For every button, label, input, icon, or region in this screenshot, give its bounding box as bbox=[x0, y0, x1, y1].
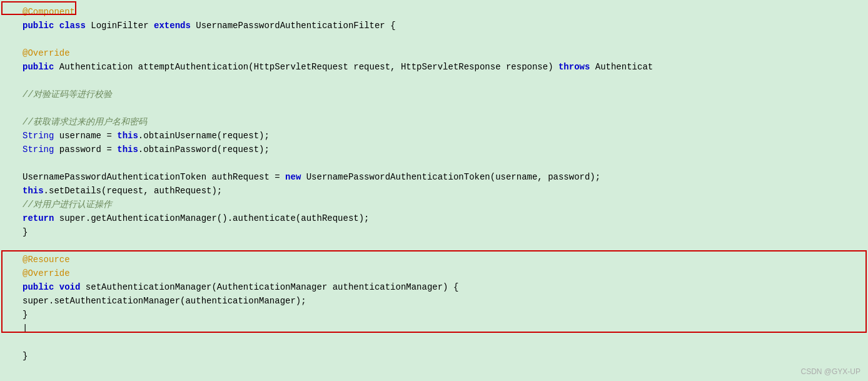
token: @Resource bbox=[23, 255, 70, 265]
token: @Component bbox=[23, 7, 75, 17]
token: //对用户进行认证操作 bbox=[23, 200, 112, 210]
code-line: //获取请求过来的用户名和密码 bbox=[0, 115, 868, 129]
code-text: public class LoginFilter extends Usernam… bbox=[20, 21, 396, 31]
token: .setDetails(request, authRequest); bbox=[44, 186, 223, 196]
token: username = bbox=[59, 131, 117, 141]
line-number bbox=[0, 257, 20, 262]
line-number bbox=[0, 271, 20, 276]
line-number bbox=[0, 106, 20, 111]
code-line: } bbox=[0, 308, 868, 322]
code-line: public void setAuthenticationManager(Aut… bbox=[0, 280, 868, 294]
code-text: @Override bbox=[20, 48, 70, 58]
token: | bbox=[23, 323, 28, 333]
token: public bbox=[23, 282, 59, 292]
token: //获取请求过来的用户名和密码 bbox=[23, 117, 147, 127]
token: String bbox=[23, 145, 59, 155]
line-number bbox=[0, 243, 20, 248]
code-text: | bbox=[20, 323, 28, 333]
line-number bbox=[0, 326, 20, 331]
line-number bbox=[0, 298, 20, 303]
token: this bbox=[117, 131, 138, 141]
code-line: public class LoginFilter extends Usernam… bbox=[0, 19, 868, 33]
code-text: } bbox=[20, 351, 28, 361]
code-line: @Override bbox=[0, 267, 868, 280]
code-line: @Resource bbox=[0, 253, 868, 267]
token: super.setAuthenticationManager(authentic… bbox=[23, 296, 306, 306]
code-container: @Componentpublic class LoginFilter exten… bbox=[0, 0, 868, 381]
code-line: @Component bbox=[0, 5, 868, 19]
code-line: this.setDetails(request, authRequest); bbox=[0, 184, 868, 198]
token: public bbox=[23, 62, 59, 72]
line-number bbox=[0, 92, 20, 97]
watermark: CSDN @GYX-UP bbox=[800, 367, 860, 376]
code-text: return super.getAuthenticationManager().… bbox=[20, 213, 370, 223]
code-text: String username = this.obtainUsername(re… bbox=[20, 131, 270, 141]
code-line bbox=[0, 239, 868, 253]
token: LoginFilter bbox=[91, 21, 154, 31]
code-line: UsernamePasswordAuthenticationToken auth… bbox=[0, 170, 868, 184]
code-line bbox=[0, 101, 868, 115]
code-text: this.setDetails(request, authRequest); bbox=[20, 186, 222, 196]
token: @Override bbox=[23, 48, 70, 58]
line-number bbox=[0, 340, 20, 345]
token: throws bbox=[558, 62, 595, 72]
code-line: return super.getAuthenticationManager().… bbox=[0, 211, 868, 225]
code-text: //获取请求过来的用户名和密码 bbox=[20, 116, 147, 128]
token: Authenticat bbox=[595, 62, 653, 72]
line-number bbox=[0, 216, 20, 221]
code-line bbox=[0, 335, 868, 349]
code-line: String username = this.obtainUsername(re… bbox=[0, 129, 868, 143]
token: .obtainPassword(request); bbox=[138, 145, 270, 155]
line-number bbox=[0, 312, 20, 317]
code-text: public Authentication attemptAuthenticat… bbox=[20, 62, 653, 72]
code-line bbox=[0, 74, 868, 88]
code-line bbox=[0, 33, 868, 46]
token: public bbox=[23, 21, 59, 31]
token: extends bbox=[154, 21, 196, 31]
code-text: //对验证码等进行校验 bbox=[20, 89, 112, 100]
line-number bbox=[0, 188, 20, 193]
token: void bbox=[59, 282, 86, 292]
line-number bbox=[0, 230, 20, 235]
code-text: } bbox=[20, 227, 28, 237]
token: UsernamePasswordAuthenticationToken auth… bbox=[23, 172, 285, 182]
token: this bbox=[23, 186, 44, 196]
token: return bbox=[23, 213, 59, 223]
code-line: public Authentication attemptAuthenticat… bbox=[0, 60, 868, 74]
code-text: super.setAuthenticationManager(authentic… bbox=[20, 296, 306, 306]
code-line: } bbox=[0, 349, 868, 363]
code-text: } bbox=[20, 310, 28, 320]
code-text: @Component bbox=[20, 7, 75, 17]
token: UsernamePasswordAuthenticationFilter { bbox=[196, 21, 395, 31]
line-number bbox=[0, 285, 20, 290]
token: class bbox=[59, 21, 91, 31]
code-text: //对用户进行认证操作 bbox=[20, 199, 112, 210]
line-number bbox=[0, 147, 20, 152]
code-text: public void setAuthenticationManager(Aut… bbox=[20, 282, 458, 292]
token: } bbox=[23, 227, 28, 237]
token: UsernamePasswordAuthenticationToken(user… bbox=[306, 172, 600, 182]
token: } bbox=[23, 310, 28, 320]
code-line: } bbox=[0, 225, 868, 239]
code-line bbox=[0, 156, 868, 170]
token: Authentication attemptAuthentication(Htt… bbox=[59, 62, 558, 72]
token: password = bbox=[59, 145, 117, 155]
token: String bbox=[23, 131, 59, 141]
line-number bbox=[0, 78, 20, 83]
code-text: String password = this.obtainPassword(re… bbox=[20, 145, 270, 155]
token: //对验证码等进行校验 bbox=[23, 89, 112, 99]
token: .obtainUsername(request); bbox=[138, 131, 270, 141]
code-line: //对用户进行认证操作 bbox=[0, 198, 868, 211]
line-number bbox=[0, 353, 20, 358]
line-number bbox=[0, 23, 20, 28]
code-line: //对验证码等进行校验 bbox=[0, 88, 868, 101]
line-number bbox=[0, 51, 20, 56]
line-number bbox=[0, 202, 20, 207]
code-text: @Override bbox=[20, 268, 70, 278]
token: } bbox=[23, 351, 28, 361]
code-line: @Override bbox=[0, 46, 868, 60]
line-number bbox=[0, 9, 20, 14]
line-number bbox=[0, 161, 20, 166]
token: @Override bbox=[23, 268, 70, 278]
code-text: @Resource bbox=[20, 255, 70, 265]
